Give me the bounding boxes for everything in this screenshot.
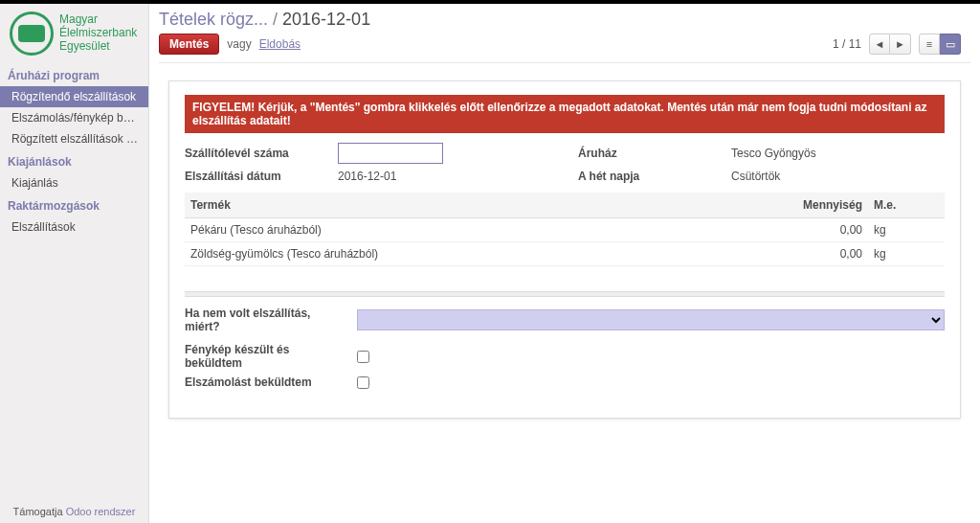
nav-item-elszallitasok[interactable]: Elszállítások <box>0 216 148 238</box>
pager-prev-button[interactable]: ◄ <box>869 34 890 55</box>
col-unit: M.e. <box>868 193 945 218</box>
arrow-left-icon: ◄ <box>875 38 885 50</box>
arrow-right-icon: ► <box>895 38 905 50</box>
cell-product: Zöldség-gyümölcs (Tesco áruházból) <box>185 242 734 266</box>
header: Tételek rögz... / 2016-12-01 Mentés vagy… <box>149 4 980 67</box>
store-value: Tesco Gyöngyös <box>731 147 816 160</box>
nav-item-rogzitendo[interactable]: Rögzítendő elszállítások <box>0 86 148 107</box>
delivery-note-input[interactable] <box>338 143 443 164</box>
store-label: Áruház <box>578 147 722 160</box>
table-row[interactable]: Pékáru (Tesco áruházból) 0,00 kg <box>185 218 945 242</box>
no-delivery-label: Ha nem volt elszállítás, miért? <box>185 307 347 333</box>
content: FIGYELEM! Kérjük, a "Mentés" gombra klik… <box>149 67 980 523</box>
nav-item-kiajanlas[interactable]: Kiajánlás <box>0 172 148 193</box>
form-icon: ▭ <box>946 38 955 51</box>
view-form-button[interactable]: ▭ <box>940 34 961 55</box>
warning-alert: FIGYELEM! Kérjük, a "Mentés" gombra klik… <box>185 95 945 133</box>
cell-unit: kg <box>868 242 945 266</box>
sidebar: Magyar Élelmiszerbank Egyesület Áruházi … <box>0 4 149 523</box>
settlement-label: Elszámolást beküldtem <box>185 375 347 389</box>
form-sheet: FIGYELEM! Kérjük, a "Mentés" gombra klik… <box>168 80 961 419</box>
cell-qty: 0,00 <box>734 218 868 242</box>
nav-item-elszamolas[interactable]: Elszámolás/fénykép bekül... <box>0 107 148 128</box>
view-switch: ≡ ▭ <box>919 34 961 55</box>
nav-section-kiajanlasok: Kiajánlások <box>0 149 148 172</box>
breadcrumb-sep: / <box>268 10 282 29</box>
logo-line2: Élelmiszerbank <box>59 27 137 40</box>
main: Tételek rögz... / 2016-12-01 Mentés vagy… <box>149 4 980 523</box>
footer-link[interactable]: Odoo rendszer <box>66 506 136 517</box>
photo-label: Fénykép készült és beküldtem <box>185 343 347 370</box>
discard-link[interactable]: Eldobás <box>259 37 301 51</box>
date-label: Elszállítási dátum <box>185 170 328 183</box>
footer-prefix: Támogatja <box>13 506 66 517</box>
nav-section-aruhazi: Áruházi program <box>0 63 148 86</box>
nav-section-raktar: Raktármozgások <box>0 193 148 216</box>
logo: Magyar Élelmiszerbank Egyesület <box>0 4 148 63</box>
save-button[interactable]: Mentés <box>159 34 219 55</box>
photo-checkbox[interactable] <box>357 351 369 363</box>
cell-product: Pékáru (Tesco áruházból) <box>185 218 734 242</box>
pager-next-button[interactable]: ► <box>890 34 911 55</box>
nav: Áruházi program Rögzítendő elszállítások… <box>0 63 148 500</box>
lines-table: Termék Mennyiség M.e. Pékáru (Tesco áruh… <box>185 193 945 266</box>
breadcrumb-parent[interactable]: Tételek rögz... <box>159 10 268 29</box>
breadcrumb-current: 2016-12-01 <box>282 10 370 29</box>
breadcrumb: Tételek rögz... / 2016-12-01 <box>159 10 970 30</box>
logo-icon <box>10 11 54 56</box>
logo-line3: Egyesület <box>59 40 137 54</box>
or-text: vagy <box>227 37 251 51</box>
no-delivery-select[interactable] <box>357 309 945 330</box>
col-product: Termék <box>185 193 734 218</box>
col-qty: Mennyiség <box>734 193 868 218</box>
nav-item-rogzitett[interactable]: Rögzített elszállítások leké... <box>0 128 148 149</box>
pager-text: 1 / 11 <box>833 37 861 51</box>
form-grid: Szállítólevél száma Áruház Tesco Gyöngyö… <box>185 143 945 183</box>
dow-label: A hét napja <box>578 170 722 183</box>
cell-qty: 0,00 <box>734 242 868 266</box>
list-icon: ≡ <box>926 38 932 50</box>
date-value: 2016-12-01 <box>338 170 396 183</box>
toolbar: Mentés vagy Eldobás 1 / 11 ◄ ► <box>159 30 970 63</box>
view-list-button[interactable]: ≡ <box>919 34 940 55</box>
dow-value: Csütörtök <box>731 170 780 183</box>
table-row[interactable]: Zöldség-gyümölcs (Tesco áruházból) 0,00 … <box>185 242 945 266</box>
separator <box>185 291 945 297</box>
footer: Támogatja Odoo rendszer <box>0 500 148 523</box>
settlement-checkbox[interactable] <box>357 376 369 389</box>
cell-unit: kg <box>868 218 945 242</box>
delivery-note-label: Szállítólevél száma <box>185 147 328 160</box>
pager-buttons: ◄ ► <box>869 34 911 55</box>
logo-text: Magyar Élelmiszerbank Egyesület <box>59 13 137 53</box>
